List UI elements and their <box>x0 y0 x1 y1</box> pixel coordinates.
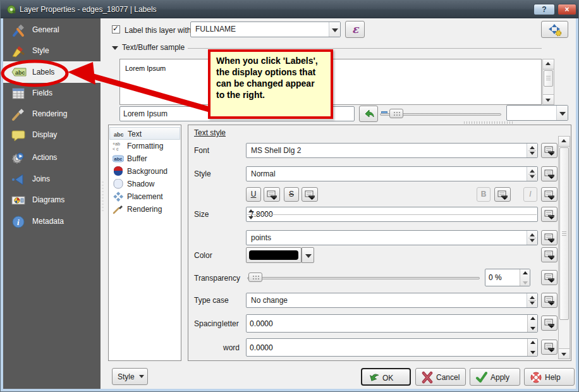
tab-buffer[interactable]: abc Buffer <box>109 152 180 165</box>
spinner-icon <box>527 315 537 332</box>
sidebar-item-fields[interactable]: Fields <box>3 83 101 104</box>
transparency-spinbox[interactable] <box>485 269 530 286</box>
title-bar[interactable]: Layer Properties - edges_18077 | Labels … <box>1 1 579 18</box>
strikeout-data-defined-button[interactable] <box>302 187 318 202</box>
bold-data-defined-button[interactable] <box>494 187 511 202</box>
placement-settings-icon <box>548 23 562 37</box>
panel-scrollbar[interactable] <box>558 136 570 359</box>
cancel-button[interactable]: Cancel <box>415 368 466 386</box>
style-label: Style <box>194 169 211 178</box>
sidebar-item-labels[interactable]: abc Labels <box>3 61 101 83</box>
underline-button[interactable]: U <box>246 187 261 202</box>
sidebar-splitter[interactable] <box>102 181 104 212</box>
style-data-defined-button[interactable] <box>541 166 558 181</box>
data-defined-icon <box>544 190 555 200</box>
color-swatch <box>249 250 298 260</box>
font-data-defined-button[interactable] <box>541 143 558 158</box>
tab-rendering[interactable]: Rendering <box>109 203 180 216</box>
expression-builder-button[interactable]: ε <box>345 21 365 38</box>
size-data-defined-button[interactable] <box>541 207 558 222</box>
strikeout-button[interactable]: S <box>284 187 299 202</box>
font-color-swatch-button[interactable] <box>246 247 302 263</box>
sidebar-item-actions[interactable]: Actions <box>3 147 101 168</box>
data-defined-icon <box>544 210 555 219</box>
annotation-callout: When you click 'Labels', the display opt… <box>208 49 333 119</box>
letter-data-defined-button[interactable] <box>541 315 558 331</box>
table-fields-icon <box>11 86 26 101</box>
paintbrush-style-icon <box>11 44 26 59</box>
sample-zoom-slider-handle[interactable] <box>389 109 403 118</box>
label-field-combobox[interactable]: FULLNAME <box>190 21 341 37</box>
transparency-slider[interactable] <box>247 277 480 279</box>
letter-spacing-spinbox[interactable] <box>246 314 538 333</box>
chevron-down-icon <box>329 22 340 37</box>
data-defined-icon <box>544 296 555 305</box>
typecase-data-defined-button[interactable] <box>541 293 558 308</box>
tab-text[interactable]: abc Text <box>109 127 180 140</box>
data-defined-icon <box>497 190 508 200</box>
tab-background[interactable]: Background <box>109 165 180 178</box>
size-spinbox[interactable] <box>246 207 538 222</box>
annotation-text: When you click 'Labels', the display opt… <box>216 56 318 100</box>
tab-formatting[interactable]: +ab < c Formatting <box>109 140 180 152</box>
data-defined-icon <box>544 319 555 328</box>
window-title: Layer Properties - edges_18077 | Labels <box>20 5 157 14</box>
underline-data-defined-button[interactable] <box>264 187 280 202</box>
sample-background-combobox[interactable] <box>506 105 568 121</box>
diagram-chart-icon <box>11 193 26 208</box>
spinner-icon <box>527 293 537 307</box>
italic-data-defined-button[interactable] <box>541 187 558 202</box>
sample-scrollbar[interactable] <box>542 59 554 105</box>
font-combobox[interactable]: MS Shell Dlg 2 <box>246 143 538 158</box>
font-label: Font <box>194 146 209 155</box>
style-combobox[interactable]: Normal <box>246 166 538 181</box>
color-data-defined-button[interactable] <box>541 247 558 262</box>
sample-splitter[interactable] <box>464 121 515 124</box>
spinner-icon <box>527 167 537 181</box>
cancel-x-icon <box>421 371 434 384</box>
word-data-defined-button[interactable] <box>541 340 558 355</box>
sidebar-item-display[interactable]: Display <box>3 125 101 145</box>
tab-shadow[interactable]: Shadow <box>109 178 180 190</box>
sidebar-item-style[interactable]: Style <box>3 40 101 61</box>
reset-sample-button[interactable] <box>359 106 378 122</box>
sidebar-item-metadata[interactable]: i Metadata <box>3 211 101 232</box>
undo-arrow-icon <box>363 109 375 120</box>
data-defined-icon <box>544 343 555 352</box>
svg-text:+ab: +ab <box>113 142 120 146</box>
transparency-label: Transparency <box>194 274 240 283</box>
collapse-triangle-icon[interactable] <box>112 46 118 50</box>
sidebar-item-general[interactable]: General <box>3 20 101 40</box>
word-spacing-spinbox[interactable] <box>246 338 538 357</box>
window-close-button[interactable]: × <box>558 4 576 15</box>
sidebar-item-joins[interactable]: Joins <box>3 169 101 190</box>
size-unit-data-defined-button[interactable] <box>541 230 558 245</box>
size-unit-combobox[interactable]: points <box>246 230 538 245</box>
chevron-down-icon <box>556 106 568 120</box>
automated-placement-button[interactable] <box>541 21 568 38</box>
italic-button[interactable]: I <box>523 187 537 202</box>
color-dropdown-button[interactable] <box>302 247 314 263</box>
transparency-slider-handle[interactable] <box>248 273 262 282</box>
life-buoy-icon <box>530 371 542 384</box>
data-defined-icon <box>267 190 277 200</box>
ok-arrow-icon <box>367 372 380 384</box>
ok-button[interactable]: OK <box>361 368 411 386</box>
data-defined-icon <box>544 233 555 243</box>
data-defined-icon <box>544 169 555 179</box>
label-layer-checkbox[interactable]: ✓ <box>112 25 120 34</box>
text-abc-icon: abc <box>113 129 125 139</box>
apply-button[interactable]: Apply <box>470 368 520 386</box>
sidebar-item-diagrams[interactable]: Diagrams <box>3 190 101 211</box>
style-menu-button[interactable]: Style <box>112 368 148 385</box>
tab-placement[interactable]: Placement <box>109 190 180 203</box>
window-help-button[interactable]: ? <box>533 4 555 15</box>
svg-text:< c: < c <box>113 147 119 151</box>
placement-diamonds-icon <box>113 192 124 202</box>
typecase-combobox[interactable]: No change <box>246 293 538 308</box>
bold-button[interactable]: B <box>477 187 491 202</box>
transparency-data-defined-button[interactable] <box>541 270 558 285</box>
help-button[interactable]: Help <box>524 368 575 386</box>
formatting-icon: +ab < c <box>113 141 124 151</box>
sidebar-item-rendering[interactable]: Rendering <box>3 104 101 125</box>
